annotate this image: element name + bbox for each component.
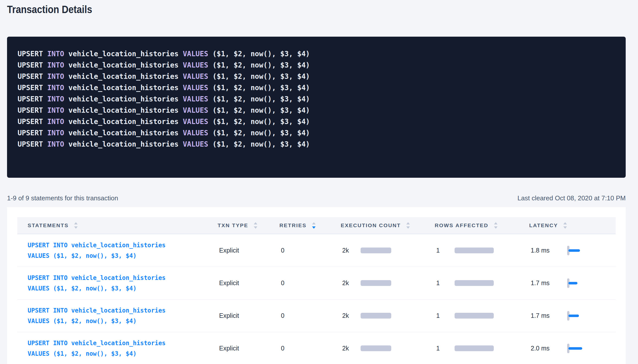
rows-affected-bar (455, 280, 494, 286)
retries-cell: 0 (279, 345, 341, 352)
sort-carets-icon[interactable] (74, 222, 78, 229)
execution-count-value: 2k (342, 279, 361, 287)
statement-line-1: UPSERT INTO vehicle_location_histories (28, 240, 218, 251)
statement-cell: UPSERT INTO vehicle_location_histories V… (17, 305, 218, 326)
sort-carets-icon[interactable] (494, 222, 498, 229)
table-row: UPSERT INTO vehicle_location_histories V… (17, 234, 616, 267)
sql-token-params: ($1, $2, now(), $3, $4) (208, 129, 310, 137)
sql-lines: UPSERT INTO vehicle_location_histories V… (18, 48, 615, 150)
sql-line: UPSERT INTO vehicle_location_histories V… (18, 139, 615, 150)
sql-token-upsert: UPSERT (18, 61, 47, 69)
column-header-5[interactable]: LATENCY (529, 222, 616, 229)
sort-caret-down-icon[interactable] (312, 226, 316, 229)
sql-token-into: INTO (47, 129, 64, 137)
sort-carets-icon[interactable] (563, 222, 567, 229)
statement-line-2: VALUES ($1, $2, now(), $3, $4) (28, 283, 218, 294)
sort-carets-icon[interactable] (312, 222, 316, 229)
table-row: UPSERT INTO vehicle_location_histories V… (17, 299, 616, 332)
latency-value: 2.0 ms (531, 345, 567, 352)
sort-carets-icon[interactable] (254, 222, 257, 229)
sql-token-table: vehicle_location_histories (64, 106, 183, 114)
txn-type-cell: Explicit (218, 312, 279, 319)
execution-count-cell: 2k (341, 312, 435, 319)
sort-caret-down-icon[interactable] (74, 226, 78, 229)
sql-token-into: INTO (47, 117, 64, 126)
sql-token-values: VALUES (183, 117, 208, 126)
sql-token-params: ($1, $2, now(), $3, $4) (208, 117, 310, 126)
column-header-0[interactable]: STATEMENTS (17, 222, 218, 229)
column-header-label: RETRIES (279, 222, 307, 228)
page-title: Transaction Details (7, 4, 92, 16)
latency-cell: 1.7 ms (529, 311, 616, 321)
sql-token-into: INTO (47, 61, 64, 69)
rows-affected-bar (455, 248, 494, 253)
sql-token-into: INTO (47, 140, 64, 148)
column-header-3[interactable]: EXECUTION COUNT (341, 222, 435, 229)
sql-line: UPSERT INTO vehicle_location_histories V… (18, 116, 615, 127)
sql-token-table: vehicle_location_histories (64, 61, 183, 69)
sql-token-table: vehicle_location_histories (64, 117, 183, 126)
sort-caret-down-icon[interactable] (563, 226, 567, 229)
sql-token-upsert: UPSERT (18, 50, 47, 58)
sql-token-into: INTO (47, 84, 64, 92)
statement-line-2: VALUES ($1, $2, now(), $3, $4) (28, 348, 218, 359)
sort-caret-up-icon[interactable] (563, 222, 567, 224)
column-header-2[interactable]: RETRIES (279, 222, 341, 229)
latency-value: 1.7 ms (531, 279, 567, 287)
statement-link[interactable]: UPSERT INTO vehicle_location_histories V… (28, 240, 218, 261)
statements-count-label: 1-9 of 9 statements for this transaction (7, 194, 118, 202)
sort-carets-icon[interactable] (406, 222, 410, 229)
sql-token-into: INTO (47, 50, 64, 58)
sql-token-table: vehicle_location_histories (64, 140, 183, 148)
table-row: UPSERT INTO vehicle_location_histories V… (17, 332, 616, 364)
latency-value: 1.7 ms (531, 312, 567, 319)
sql-token-into: INTO (47, 72, 64, 81)
sort-caret-up-icon[interactable] (494, 222, 498, 224)
sql-token-params: ($1, $2, now(), $3, $4) (208, 106, 310, 114)
sql-token-upsert: UPSERT (18, 106, 47, 114)
latency-blue-bar (568, 347, 582, 350)
statement-link[interactable]: UPSERT INTO vehicle_location_histories V… (28, 273, 218, 294)
rows-affected-cell: 1 (435, 345, 529, 352)
sort-caret-down-icon[interactable] (494, 226, 498, 229)
sql-token-upsert: UPSERT (18, 84, 47, 92)
rows-affected-value: 1 (436, 247, 455, 254)
table-body: UPSERT INTO vehicle_location_histories V… (7, 234, 626, 364)
sort-caret-down-icon[interactable] (406, 226, 410, 229)
sql-token-upsert: UPSERT (18, 95, 47, 103)
latency-blue-bar (568, 282, 577, 284)
sql-token-values: VALUES (183, 129, 208, 137)
sql-token-into: INTO (47, 95, 64, 103)
rows-affected-value: 1 (436, 279, 455, 287)
retries-cell: 0 (279, 312, 341, 319)
column-header-1[interactable]: TXN TYPE (218, 222, 279, 229)
sort-caret-up-icon[interactable] (406, 222, 410, 224)
statement-link[interactable]: UPSERT INTO vehicle_location_histories V… (28, 305, 218, 326)
rows-affected-bar (455, 345, 494, 351)
sql-token-values: VALUES (183, 50, 208, 58)
execution-count-bar (361, 280, 391, 286)
sort-caret-down-icon[interactable] (254, 226, 257, 229)
latency-bar-chart (567, 311, 590, 321)
rows-affected-cell: 1 (435, 247, 529, 254)
statement-link[interactable]: UPSERT INTO vehicle_location_histories V… (28, 338, 218, 359)
sql-token-params: ($1, $2, now(), $3, $4) (208, 84, 310, 92)
statement-line-1: UPSERT INTO vehicle_location_histories (28, 338, 218, 348)
execution-count-value: 2k (342, 247, 361, 254)
sql-token-upsert: UPSERT (18, 72, 47, 81)
sort-caret-up-icon[interactable] (74, 222, 78, 224)
execution-count-bar (361, 248, 391, 253)
retries-cell: 0 (279, 247, 341, 254)
execution-count-value: 2k (342, 312, 361, 319)
column-header-4[interactable]: ROWS AFFECTED (435, 222, 529, 229)
statement-cell: UPSERT INTO vehicle_location_histories V… (17, 338, 218, 359)
rows-affected-cell: 1 (435, 279, 529, 287)
txn-type-cell: Explicit (218, 345, 279, 352)
sql-token-params: ($1, $2, now(), $3, $4) (208, 72, 310, 81)
sort-caret-up-icon[interactable] (254, 222, 257, 224)
sql-token-params: ($1, $2, now(), $3, $4) (208, 140, 310, 148)
sql-token-table: vehicle_location_histories (64, 50, 183, 58)
sql-token-upsert: UPSERT (18, 129, 47, 137)
sort-caret-up-icon[interactable] (312, 222, 316, 224)
sql-line: UPSERT INTO vehicle_location_histories V… (18, 82, 615, 93)
